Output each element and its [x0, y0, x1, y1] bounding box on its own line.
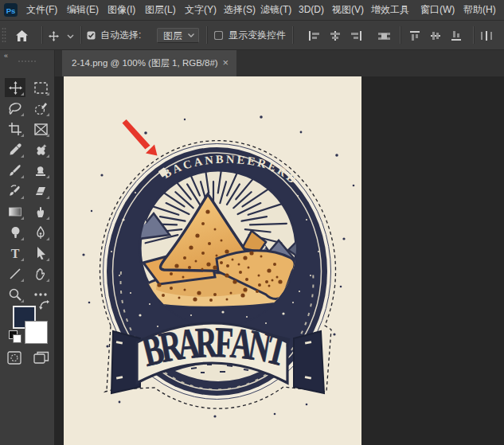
svg-text:T: T	[11, 248, 20, 260]
svg-text:Ps: Ps	[6, 6, 16, 15]
